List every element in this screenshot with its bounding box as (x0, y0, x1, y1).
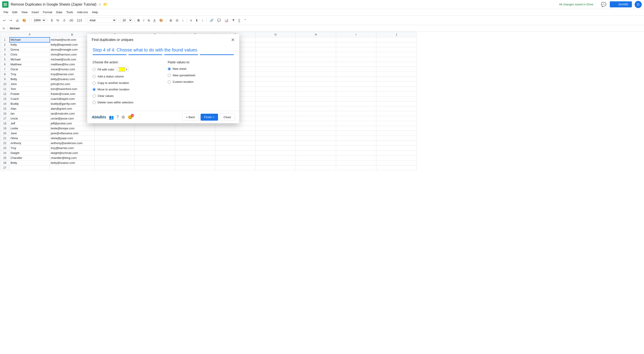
toolbar-separator-7 (187, 18, 187, 23)
star-icon[interactable]: ☆ (98, 2, 101, 7)
add-status-label[interactable]: Add a status column (98, 75, 124, 78)
action-status-row: Add a status column (92, 75, 159, 78)
number-format-button[interactable]: 123 (75, 18, 83, 23)
menu-tools[interactable]: Tools (64, 10, 75, 15)
top-bar: Remove Duplicates in Google Sheets (Zapi… (0, 0, 644, 9)
footer-icons: 👥 ? ⚙ 😊 30 (109, 115, 180, 120)
fill-color-label[interactable]: Fill with color (98, 68, 114, 71)
folder-icon[interactable]: 📁 (103, 2, 108, 7)
step-header: Step 4 of 4: Choose what to do with the … (92, 48, 234, 53)
fill-color-radio[interactable] (92, 68, 96, 71)
chart-button[interactable]: 📊 (223, 18, 230, 23)
menu-bar: File Edit View Insert Format Data Tools … (0, 9, 644, 16)
toolbar-separator-4 (118, 18, 118, 23)
modal-overlay: Find duplicates or uniques ✕ Step 4 of 4… (0, 32, 644, 353)
function-button[interactable]: ∑ (237, 18, 242, 23)
color-picker[interactable]: ▼ (117, 67, 128, 72)
menu-help[interactable]: Help (90, 10, 100, 15)
merge-button[interactable]: ⊟ (174, 18, 180, 23)
new-spreadsheet-radio[interactable] (168, 74, 171, 77)
modal-close-button[interactable]: ✕ (231, 38, 235, 42)
avatar[interactable]: D (634, 1, 642, 8)
paste-new-spreadsheet-row: New spreadsheet (168, 74, 234, 77)
close-button[interactable]: Close (220, 114, 235, 121)
action-section: Choose the action: Fill with color ▼ A (92, 60, 234, 107)
custom-location-label[interactable]: Custom location (173, 80, 194, 84)
paste-new-sheet-row: New sheet (168, 67, 234, 71)
color-swatch (119, 67, 125, 71)
find-duplicates-modal: Find duplicates or uniques ✕ Step 4 of 4… (87, 34, 239, 123)
modal-body: Step 4 of 4: Choose what to do with the … (87, 44, 239, 111)
bold-button[interactable]: B (136, 18, 141, 23)
percent-button[interactable]: % (55, 18, 60, 23)
menu-view[interactable]: View (20, 10, 29, 15)
progress-4 (200, 54, 234, 55)
expand-button[interactable]: ⌃ (242, 18, 248, 23)
comments-button[interactable]: 💬 (600, 1, 607, 8)
formula-input[interactable] (8, 27, 644, 30)
copy-location-label[interactable]: Copy to another location (98, 81, 129, 85)
align-vertical-button[interactable]: ↕ (200, 18, 204, 23)
add-status-radio[interactable] (92, 75, 96, 78)
action-copy-row: Copy to another location (92, 81, 159, 85)
help-icon[interactable]: ? (116, 115, 119, 120)
formula-bar: fx (0, 25, 644, 32)
finish-button[interactable]: Finish > (200, 114, 218, 121)
delete-rows-radio[interactable] (92, 101, 96, 104)
wrap-button[interactable]: ↕ (181, 18, 185, 23)
title-icons: ☆ 📁 (98, 2, 108, 7)
font-size-select[interactable]: 10 (120, 18, 132, 23)
step-progress (92, 54, 234, 55)
menu-edit[interactable]: Edit (10, 10, 19, 15)
strikethrough-button[interactable]: S (146, 18, 151, 23)
modal-header: Find duplicates or uniques ✕ (87, 34, 239, 44)
menu-data[interactable]: Data (54, 10, 64, 15)
new-sheet-label[interactable]: New sheet (173, 67, 186, 71)
zoom-select[interactable]: 100% (31, 18, 46, 23)
progress-1 (92, 54, 126, 55)
comment-button[interactable]: 💬 (216, 18, 222, 23)
align-bottom-button[interactable]: ⬇ (194, 18, 200, 23)
print-button[interactable]: 🖨 (14, 18, 20, 23)
top-right-actions: 💬 👤 SHARE D (600, 1, 642, 8)
menu-format[interactable]: Format (41, 10, 54, 15)
menu-file[interactable]: File (2, 10, 10, 15)
new-spreadsheet-label[interactable]: New spreadsheet (173, 74, 195, 77)
menu-addons[interactable]: Add-ons (75, 10, 90, 15)
move-location-radio[interactable] (92, 88, 96, 91)
color-dropdown-arrow: ▼ (126, 68, 128, 71)
custom-location-radio[interactable] (168, 80, 171, 84)
share-button[interactable]: 👤 SHARE (610, 1, 632, 8)
menu-insert[interactable]: Insert (30, 10, 41, 15)
toolbar-separator-3 (85, 18, 86, 23)
action-column: Choose the action: Fill with color ▼ A (92, 60, 159, 107)
filter-button[interactable]: ⧩ (230, 18, 236, 23)
move-location-label[interactable]: Move to another location (98, 88, 129, 91)
text-color-button[interactable]: A̲ (152, 18, 157, 23)
fx-label: fx (0, 27, 8, 30)
back-button[interactable]: < Back (182, 114, 199, 121)
align-left-button[interactable]: ≡ (189, 18, 193, 23)
borders-button[interactable]: ⊞ (168, 18, 174, 23)
font-select[interactable]: Arial (87, 18, 116, 23)
support-icon[interactable]: 👥 (109, 115, 114, 120)
clear-values-radio[interactable] (92, 94, 96, 98)
new-sheet-radio[interactable] (168, 67, 171, 71)
app-icon (2, 1, 8, 8)
action-column-label: Choose the action: (92, 60, 159, 64)
settings-icon[interactable]: ⚙ (122, 115, 125, 120)
italic-button[interactable]: I (142, 18, 146, 23)
link-button[interactable]: 🔗 (208, 18, 215, 23)
delete-rows-label[interactable]: Delete rows within selection (98, 101, 133, 104)
undo-button[interactable]: ↩ (2, 18, 7, 23)
clear-values-label[interactable]: Clear values (98, 94, 114, 98)
decimal-less-button[interactable]: .0 (61, 18, 67, 23)
copy-location-radio[interactable] (92, 82, 96, 85)
redo-button[interactable]: ↪ (8, 18, 14, 23)
notification-icon-wrapper[interactable]: 😊 30 (128, 115, 132, 120)
currency-button[interactable]: $ (50, 18, 54, 23)
fill-color-button[interactable]: 🎨 (158, 18, 164, 23)
decimal-more-button[interactable]: .00 (68, 18, 74, 23)
paint-format-button[interactable]: 🎨 (21, 18, 28, 23)
notification-badge: 30 (131, 114, 134, 117)
